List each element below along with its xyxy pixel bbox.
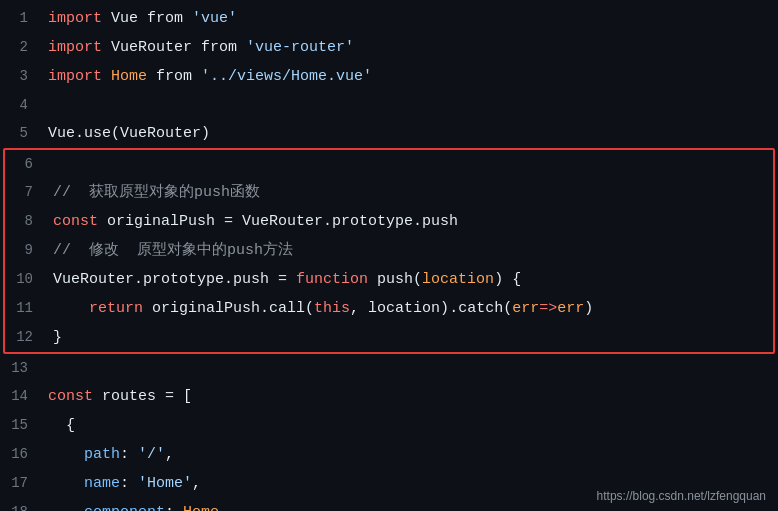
token <box>48 446 84 463</box>
code-line: 4 <box>0 91 778 119</box>
code-line: 5Vue.use(VueRouter) <box>0 119 778 148</box>
line-number: 5 <box>0 119 40 147</box>
line-number: 14 <box>0 382 40 410</box>
code-line: 3import Home from '../views/Home.vue' <box>0 62 778 91</box>
token: = <box>224 213 233 230</box>
token: .use( <box>75 125 120 142</box>
token: VueRouter <box>102 39 201 56</box>
line-number: 2 <box>0 33 40 61</box>
code-line: 13 <box>0 354 778 382</box>
line-number: 17 <box>0 469 40 497</box>
token <box>237 39 246 56</box>
line-number: 13 <box>0 354 40 382</box>
code-line: 16 path: '/', <box>0 440 778 469</box>
code-line: 15 { <box>0 411 778 440</box>
code-line: 7// 获取原型对象的push函数 <box>5 178 773 207</box>
token: import <box>48 68 102 85</box>
line-number: 15 <box>0 411 40 439</box>
line-number: 1 <box>0 4 40 32</box>
token: : <box>120 446 138 463</box>
watermark: https://blog.csdn.net/lzfengquan <box>597 489 766 503</box>
token: 'vue' <box>192 10 237 27</box>
token: : <box>165 504 183 511</box>
token: .prototype.push <box>323 213 458 230</box>
token: '/' <box>138 446 165 463</box>
token: function <box>296 271 368 288</box>
line-number: 4 <box>0 91 40 119</box>
token: this <box>314 300 350 317</box>
code-line: 10VueRouter.prototype.push = function pu… <box>5 265 773 294</box>
token: , location) <box>350 300 449 317</box>
line-number: 3 <box>0 62 40 90</box>
token: return <box>89 300 143 317</box>
token <box>287 271 296 288</box>
token: ) <box>584 300 593 317</box>
token: from <box>156 68 192 85</box>
token: = <box>165 388 174 405</box>
line-content: Vue.use(VueRouter) <box>40 120 778 148</box>
line-content: return originalPush.call(this, location)… <box>45 295 773 323</box>
code-content: 1import Vue from 'vue'2import VueRouter … <box>0 0 778 511</box>
token <box>183 10 192 27</box>
code-line: 8const originalPush = VueRouter.prototyp… <box>5 207 773 236</box>
token: path <box>84 446 120 463</box>
token: err <box>557 300 584 317</box>
code-editor: 1import Vue from 'vue'2import VueRouter … <box>0 0 778 511</box>
token: name <box>84 475 120 492</box>
line-number: 10 <box>5 265 45 293</box>
code-line: 6 <box>5 150 773 178</box>
token: originalPush <box>98 213 224 230</box>
token: .catch( <box>449 300 512 317</box>
token: VueRouter <box>53 271 134 288</box>
token: '../views/Home.vue' <box>201 68 372 85</box>
token: location <box>422 271 494 288</box>
token: component <box>84 504 165 511</box>
line-content: import Vue from 'vue' <box>40 5 778 33</box>
token: 'vue-router' <box>246 39 354 56</box>
line-number: 6 <box>5 150 45 178</box>
token: = <box>278 271 287 288</box>
token: from <box>147 10 183 27</box>
token: 'Home' <box>138 475 192 492</box>
token <box>53 300 89 317</box>
token: [ <box>174 388 192 405</box>
line-content: import Home from '../views/Home.vue' <box>40 63 778 91</box>
line-number: 11 <box>5 294 45 322</box>
token: ) <box>201 125 210 142</box>
token: , <box>165 446 174 463</box>
line-content: path: '/', <box>40 441 778 469</box>
token: { <box>48 417 75 434</box>
line-content: VueRouter.prototype.push = function push… <box>45 266 773 294</box>
token: ) { <box>494 271 521 288</box>
token: .prototype.push <box>134 271 278 288</box>
code-line: 2import VueRouter from 'vue-router' <box>0 33 778 62</box>
highlight-block: 67// 获取原型对象的push函数8const originalPush = … <box>3 148 775 354</box>
token: Vue <box>48 125 75 142</box>
line-number: 16 <box>0 440 40 468</box>
token: , <box>192 475 201 492</box>
token: : <box>120 475 138 492</box>
token: // 获取原型对象的push函数 <box>53 184 260 201</box>
line-number: 8 <box>5 207 45 235</box>
code-line: 11 return originalPush.call(this, locati… <box>5 294 773 323</box>
token: const <box>48 388 93 405</box>
line-content: import VueRouter from 'vue-router' <box>40 34 778 62</box>
line-content: } <box>45 324 773 352</box>
line-content: const originalPush = VueRouter.prototype… <box>45 208 773 236</box>
token: Vue <box>102 10 147 27</box>
code-line: 9// 修改 原型对象中的push方法 <box>5 236 773 265</box>
token: push( <box>368 271 422 288</box>
token: const <box>53 213 98 230</box>
token: import <box>48 10 102 27</box>
token: from <box>201 39 237 56</box>
line-content: // 修改 原型对象中的push方法 <box>45 237 773 265</box>
token: Home <box>102 68 156 85</box>
token: => <box>539 300 557 317</box>
token: VueRouter <box>120 125 201 142</box>
code-line: 14const routes = [ <box>0 382 778 411</box>
line-content: { <box>40 412 778 440</box>
token: routes <box>93 388 165 405</box>
token: err <box>512 300 539 317</box>
token: .call( <box>260 300 314 317</box>
code-line: 12} <box>5 323 773 352</box>
